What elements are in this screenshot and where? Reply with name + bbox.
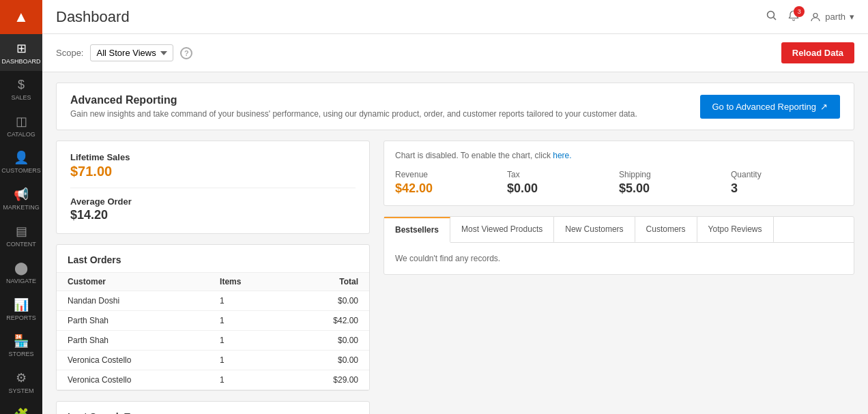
customer-name: Parth Shah [57, 331, 209, 351]
go-to-advanced-reporting-button[interactable]: Go to Advanced Reporting ↗ [700, 95, 841, 119]
last-search-terms-section: Last Search Terms Search Term Results Us… [56, 401, 370, 414]
average-order-label: Average Order [70, 196, 356, 207]
metric-item: Quantity3 [731, 170, 843, 196]
sidebar: ▲ ⊞ Dashboard $ Sales ◫ Catalog 👤 Custom… [0, 0, 42, 414]
username-label: parth [825, 12, 845, 22]
sidebar-item-label: Marketing [3, 204, 40, 211]
metric-item: Shipping$5.00 [619, 170, 731, 196]
system-icon: ⚙ [16, 370, 27, 385]
notification-badge: 3 [794, 6, 805, 17]
table-row: Veronica Costello1$0.00 [57, 351, 369, 370]
sidebar-item-marketing[interactable]: 📢 Marketing [0, 180, 42, 217]
last-orders-table: Customer Items Total Nandan Doshi1$0.00P… [57, 272, 369, 390]
sidebar-item-label: Customers [1, 167, 40, 175]
scope-select[interactable]: All Store Views [90, 44, 173, 61]
topbar: Dashboard 3 parth [42, 0, 868, 34]
content-icon: ▤ [16, 224, 27, 239]
sidebar-item-label: Dashboard [2, 58, 41, 65]
tab-yotpo[interactable]: Yotpo Reviews [697, 217, 774, 243]
order-total: $0.00 [286, 331, 369, 351]
user-menu[interactable]: parth ▾ [810, 12, 854, 23]
metric-item: Revenue$42.00 [395, 170, 507, 196]
stats-section: Lifetime Sales $71.00 Average Order $14.… [56, 141, 370, 234]
average-order-value: $14.20 [70, 208, 356, 222]
sidebar-item-label: Navigate [6, 278, 36, 285]
sidebar-item-stores[interactable]: 🏪 Stores [0, 327, 42, 364]
sidebar-item-label: Content [6, 241, 36, 248]
tab-empty-message: We couldn't find any records. [395, 254, 500, 263]
dropdown-icon: ▾ [850, 12, 854, 22]
search-icon[interactable] [766, 10, 777, 24]
customer-name: Nandan Doshi [57, 291, 209, 311]
sidebar-item-reports[interactable]: 📊 Reports [0, 291, 42, 327]
notification-bell-icon[interactable]: 3 [788, 10, 799, 24]
metric-value: 3 [731, 181, 836, 196]
tab-customers[interactable]: Customers [635, 217, 697, 243]
sidebar-logo[interactable]: ▲ [0, 0, 42, 34]
metric-label: Revenue [395, 170, 500, 179]
sidebar-item-customers[interactable]: 👤 Customers [0, 143, 42, 180]
tab-bestsellers[interactable]: Bestsellers [384, 217, 450, 243]
sidebar-item-label: Catalog [7, 131, 35, 138]
metric-label: Quantity [731, 170, 836, 179]
topbar-actions: 3 parth ▾ [766, 10, 854, 24]
sidebar-item-catalog[interactable]: ◫ Catalog [0, 107, 42, 144]
page-title: Dashboard [56, 8, 130, 26]
sales-icon: $ [18, 78, 25, 92]
metric-value: $0.00 [507, 181, 612, 196]
partners-icon: 🧩 [14, 407, 29, 414]
sidebar-item-label: System [8, 387, 33, 395]
average-order: Average Order $14.20 [70, 196, 356, 222]
table-row: Parth Shah1$0.00 [57, 331, 369, 351]
svg-point-2 [813, 13, 818, 17]
col-total: Total [286, 273, 369, 291]
items-count: 1 [209, 370, 286, 390]
dashboard-icon: ⊞ [16, 41, 27, 56]
magento-logo: ▲ [14, 8, 29, 26]
stat-divider [70, 188, 356, 188]
items-count: 1 [209, 351, 286, 370]
items-count: 1 [209, 291, 286, 311]
sidebar-item-system[interactable]: ⚙ System [0, 364, 42, 400]
sidebar-item-content[interactable]: ▤ Content [0, 217, 42, 254]
last-orders-title: Last Orders [57, 245, 369, 272]
svg-line-1 [774, 17, 777, 20]
metrics-row: Revenue$42.00Tax$0.00Shipping$5.00Quanti… [395, 170, 843, 196]
tabs-header: BestsellersMost Viewed ProductsNew Custo… [384, 217, 854, 243]
col-items: Items [209, 273, 286, 291]
customer-name: Veronica Costello [57, 351, 209, 370]
tab-most-viewed[interactable]: Most Viewed Products [450, 217, 554, 243]
tab-content: We couldn't find any records. [384, 243, 854, 274]
help-icon[interactable]: ? [180, 47, 192, 59]
navigate-icon: ⬤ [14, 261, 28, 276]
last-orders-section: Last Orders Customer Items Total Nandan … [56, 244, 370, 391]
table-row: Nandan Doshi1$0.00 [57, 291, 369, 311]
reports-icon: 📊 [14, 297, 29, 312]
marketing-icon: 📢 [14, 187, 29, 202]
advanced-reporting-text: Advanced Reporting Gain new insights and… [70, 94, 637, 119]
tabs-section: BestsellersMost Viewed ProductsNew Custo… [384, 216, 854, 275]
svg-point-0 [768, 11, 775, 18]
order-total: $42.00 [286, 311, 369, 331]
sidebar-item-sales[interactable]: $ Sales [0, 71, 42, 107]
tab-new-customers[interactable]: New Customers [554, 217, 635, 243]
order-total: $0.00 [286, 351, 369, 370]
sidebar-item-navigate[interactable]: ⬤ Navigate [0, 254, 42, 291]
scope-bar: Scope: All Store Views ? Reload Data [42, 34, 868, 72]
chart-enable-link[interactable]: here. [553, 151, 571, 160]
sidebar-item-dashboard[interactable]: ⊞ Dashboard [0, 34, 42, 71]
table-row: Parth Shah1$42.00 [57, 311, 369, 331]
table-row: Veronica Costello1$29.00 [57, 370, 369, 390]
metric-label: Tax [507, 170, 612, 179]
col-customer: Customer [57, 273, 209, 291]
items-count: 1 [209, 311, 286, 331]
reload-data-button[interactable]: Reload Data [781, 42, 854, 63]
advanced-reporting-title: Advanced Reporting [70, 94, 637, 106]
lifetime-sales-value: $71.00 [70, 164, 356, 179]
sidebar-item-label: Stores [9, 351, 34, 358]
lifetime-sales: Lifetime Sales $71.00 [70, 152, 356, 179]
sidebar-item-partners[interactable]: 🧩 Find Partners & Extensions [0, 400, 42, 414]
metric-item: Tax$0.00 [507, 170, 619, 196]
sidebar-item-label: Sales [11, 94, 31, 102]
sidebar-item-label: Reports [6, 314, 35, 322]
